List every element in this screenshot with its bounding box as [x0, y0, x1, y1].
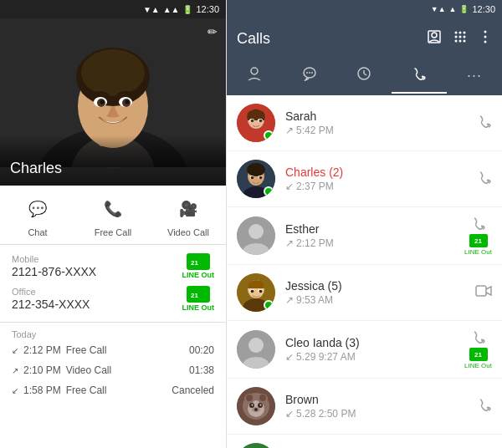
cleo-name: Cleo Ianda (3)	[285, 336, 464, 349]
call-item-jessica[interactable]: Jessica (5) ↗ 9:53 AM	[227, 265, 502, 321]
svg-point-11	[100, 100, 105, 104]
svg-point-27	[484, 31, 487, 33]
svg-point-20	[464, 32, 466, 34]
tab-more[interactable]: ···	[447, 57, 502, 94]
jessica-time: 9:53 AM	[296, 294, 333, 306]
brown-name: Brown	[285, 393, 477, 406]
tab-recents[interactable]	[337, 57, 392, 94]
charles-arrow: ↙	[285, 181, 294, 192]
office-number: 212-354-XXXX	[12, 298, 90, 311]
avatar-sarah	[237, 104, 275, 142]
brown-meta: ↙ 5.28 2:50 PM	[285, 408, 477, 420]
mobile-number: 2121-876-XXXX	[12, 265, 96, 278]
call-item-andy[interactable]: Andy	[227, 435, 502, 448]
call-duration-1: 00:20	[189, 344, 214, 356]
battery-icon: 🔋	[182, 5, 192, 14]
dialpad-icon[interactable]	[453, 30, 467, 47]
svg-point-77	[260, 405, 262, 406]
call-type-2: Video Call	[66, 364, 111, 376]
top-bar-title: Calls	[237, 30, 270, 48]
video-action-jessica[interactable]	[475, 284, 492, 301]
lineout-text-mobile: LINE Out	[182, 271, 215, 279]
lineout-action-esther[interactable]: 21 LINE Out	[464, 216, 492, 256]
history-row-3: ↙ 1:58 PM Free Call Canceled	[12, 384, 214, 396]
call-info-esther: Esther ↗ 2:12 PM	[285, 222, 464, 249]
chat-icon: 💬	[23, 194, 53, 224]
call-phone-charles[interactable]	[477, 170, 492, 188]
call-item-brown[interactable]: Brown ↙ 5.28 2:50 PM	[227, 379, 502, 435]
mobile-lineout-badge[interactable]: 21 LINE Out	[182, 253, 215, 279]
call-time-1: 2:12 PM	[23, 344, 61, 356]
svg-text:21: 21	[191, 292, 198, 299]
svg-point-22	[459, 36, 462, 38]
brown-arrow: ↙	[285, 408, 294, 420]
video-icon: 🎥	[173, 194, 203, 224]
svg-point-34	[311, 72, 313, 74]
call-arrow-2: ↗	[12, 366, 18, 375]
call-phone-sarah[interactable]	[477, 114, 492, 132]
svg-point-19	[459, 32, 462, 34]
right-status-bar: ▼▲ ▲ 🔋 12:30	[227, 0, 502, 18]
call-time-3: 1:58 PM	[23, 384, 61, 396]
charles-time: 2:37 PM	[296, 181, 334, 192]
sarah-name: Sarah	[285, 109, 477, 123]
call-item-esther[interactable]: Esther ↗ 2:12 PM 21 LINE Out	[227, 207, 502, 265]
sarah-time: 5:42 PM	[296, 125, 334, 136]
lineout-badge-esther: 21	[469, 234, 488, 247]
online-badge-jessica	[264, 300, 274, 310]
tab-people[interactable]	[227, 57, 282, 94]
svg-point-28	[484, 36, 487, 38]
right-panel: ▼▲ ▲ 🔋 12:30 Calls	[226, 0, 502, 448]
svg-point-33	[309, 72, 310, 74]
office-phone-row: Office 212-354-XXXX 21 LINE Out	[12, 286, 214, 312]
free-call-button[interactable]: 📞 Free Call	[75, 194, 151, 237]
svg-point-25	[459, 40, 462, 43]
mobile-phone-row: Mobile 2121-876-XXXX 21 LINE Out	[12, 253, 214, 279]
edit-icon[interactable]: ✏	[207, 25, 218, 38]
right-status-time: 12:30	[472, 4, 495, 14]
sarah-meta: ↗ 5:42 PM	[285, 125, 477, 136]
lte-icon: ▲	[449, 5, 457, 13]
svg-point-76	[252, 405, 254, 406]
call-item-charles[interactable]: Charles (2) ↙ 2:37 PM	[227, 151, 502, 207]
svg-point-32	[306, 72, 308, 74]
svg-point-24	[455, 40, 458, 43]
action-buttons: 💬 Chat 📞 Free Call 🎥 Video Call	[0, 186, 226, 245]
call-info-brown: Brown ↙ 5.28 2:50 PM	[285, 393, 477, 420]
signal-strength-icon: ▼▲	[431, 5, 446, 13]
tab-calls[interactable]	[392, 57, 447, 94]
svg-point-2	[71, 135, 155, 167]
call-info-cleo: Cleo Ianda (3) ↙ 5.29 9:27 AM	[285, 336, 464, 363]
office-lineout-badge[interactable]: 21 LINE Out	[182, 286, 215, 312]
phone-section: Mobile 2121-876-XXXX 21 LINE Out Office …	[0, 245, 226, 323]
svg-point-51	[251, 176, 254, 180]
video-call-button[interactable]: 🎥 Video Call	[151, 194, 226, 237]
overflow-menu-icon[interactable]	[479, 30, 492, 47]
avatar-cleo	[237, 330, 275, 369]
contacts-icon[interactable]	[427, 29, 442, 48]
tab-chat[interactable]	[282, 57, 337, 94]
left-panel: ▼▲ ▲▲ 🔋 12:30	[0, 0, 226, 448]
svg-point-29	[484, 41, 487, 43]
jessica-name: Jessica (5)	[285, 279, 475, 293]
avatar-andy	[237, 443, 275, 448]
call-item-sarah[interactable]: Sarah ↗ 5:42 PM	[227, 95, 502, 151]
svg-point-23	[464, 36, 466, 38]
call-item-cleo[interactable]: Cleo Ianda (3) ↙ 5.29 9:27 AM 21 LINE Ou…	[227, 321, 502, 379]
avatar-charles	[237, 160, 275, 198]
call-type-1: Free Call	[66, 344, 107, 356]
esther-name: Esther	[285, 222, 464, 236]
svg-point-30	[251, 68, 258, 74]
svg-point-73	[259, 395, 266, 401]
call-phone-brown[interactable]	[477, 397, 492, 415]
svg-point-72	[246, 395, 253, 401]
more-tab-icon: ···	[467, 67, 482, 84]
lineout-text-esther: LINE Out	[464, 248, 492, 256]
call-time-2: 2:10 PM	[23, 364, 61, 376]
mobile-label: Mobile	[12, 254, 96, 264]
brown-time: 5.28 2:50 PM	[296, 408, 356, 420]
chat-button[interactable]: 💬 Chat	[0, 194, 75, 237]
jessica-arrow: ↗	[285, 294, 294, 306]
lineout-action-cleo[interactable]: 21 LINE Out	[464, 329, 492, 369]
esther-arrow: ↗	[285, 237, 294, 249]
